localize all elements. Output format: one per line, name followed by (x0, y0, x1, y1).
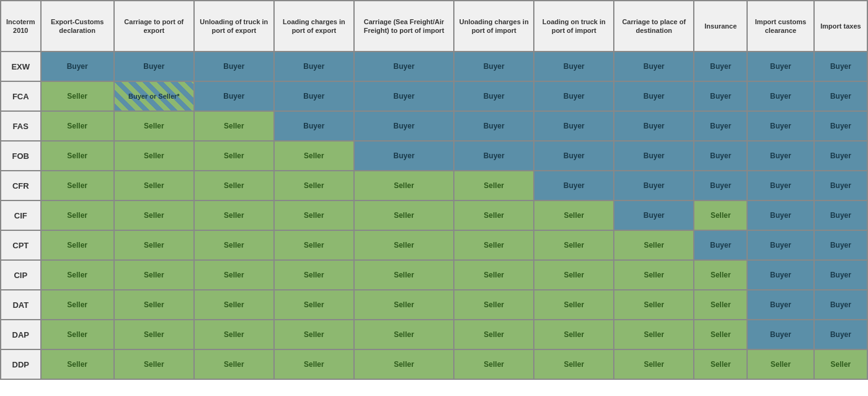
cell-2-2: Seller (194, 111, 274, 141)
cell-8-10: Buyer (814, 290, 867, 320)
cell-6-2: Seller (194, 230, 274, 260)
cell-8-7: Seller (614, 290, 694, 320)
cell-8-5: Seller (454, 290, 534, 320)
incoterm-label: FAS (1, 111, 41, 141)
cell-10-4: Seller (354, 349, 454, 379)
cell-1-0: Seller (41, 81, 114, 111)
cell-7-8: Seller (694, 260, 747, 290)
cell-7-0: Seller (41, 260, 114, 290)
incoterm-label: DAP (1, 320, 41, 349)
cell-3-2: Seller (194, 141, 274, 171)
cell-6-6: Seller (534, 230, 614, 260)
cell-6-10: Buyer (814, 230, 867, 260)
cell-6-1: Seller (114, 230, 194, 260)
cell-0-10: Buyer (814, 52, 867, 81)
cell-6-4: Seller (354, 230, 454, 260)
cell-0-0: Buyer (41, 52, 114, 81)
cell-5-3: Seller (274, 200, 354, 230)
incoterm-label: CPT (1, 230, 41, 260)
cell-3-6: Buyer (534, 141, 614, 171)
cell-7-1: Seller (114, 260, 194, 290)
incoterm-label: FOB (1, 141, 41, 171)
cell-2-10: Buyer (814, 111, 867, 141)
cell-1-4: Buyer (354, 81, 454, 111)
cell-6-9: Buyer (747, 230, 814, 260)
cell-7-4: Seller (354, 260, 454, 290)
table-row: CFRSellerSellerSellerSellerSellerSellerB… (1, 171, 867, 200)
cell-6-0: Seller (41, 230, 114, 260)
cell-4-5: Seller (454, 171, 534, 200)
cell-4-0: Seller (41, 171, 114, 200)
cell-0-2: Buyer (194, 52, 274, 81)
cell-5-2: Seller (194, 200, 274, 230)
cell-9-10: Buyer (814, 320, 867, 349)
cell-2-4: Buyer (354, 111, 454, 141)
cell-6-7: Seller (614, 230, 694, 260)
cell-7-2: Seller (194, 260, 274, 290)
cell-2-6: Buyer (534, 111, 614, 141)
cell-1-10: Buyer (814, 81, 867, 111)
cell-9-1: Seller (114, 320, 194, 349)
header-row: Incoterm 2010Export-Customs declarationC… (1, 1, 867, 52)
cell-5-8: Seller (694, 200, 747, 230)
cell-9-7: Seller (614, 320, 694, 349)
cell-10-9: Seller (747, 349, 814, 379)
cell-4-9: Buyer (747, 171, 814, 200)
cell-10-0: Seller (41, 349, 114, 379)
cell-7-6: Seller (534, 260, 614, 290)
table-row: FASSellerSellerSellerBuyerBuyerBuyerBuye… (1, 111, 867, 141)
cell-10-1: Seller (114, 349, 194, 379)
incoterm-label: DDP (1, 349, 41, 379)
cell-1-3: Buyer (274, 81, 354, 111)
cell-9-6: Seller (534, 320, 614, 349)
cell-9-2: Seller (194, 320, 274, 349)
cell-3-9: Buyer (747, 141, 814, 171)
cell-10-5: Seller (454, 349, 534, 379)
cell-3-3: Seller (274, 141, 354, 171)
table-row: CIFSellerSellerSellerSellerSellerSellerS… (1, 200, 867, 230)
cell-4-8: Buyer (694, 171, 747, 200)
header-loading-truck-import: Loading on truck in port of import (534, 1, 614, 52)
header-insurance: Insurance (694, 1, 747, 52)
cell-2-3: Buyer (274, 111, 354, 141)
cell-9-8: Seller (694, 320, 747, 349)
cell-0-8: Buyer (694, 52, 747, 81)
cell-1-9: Buyer (747, 81, 814, 111)
cell-8-1: Seller (114, 290, 194, 320)
cell-5-9: Buyer (747, 200, 814, 230)
header-loading-port: Loading charges in port of export (274, 1, 354, 52)
header-import-taxes: Import taxes (814, 1, 867, 52)
cell-3-7: Buyer (614, 141, 694, 171)
cell-4-6: Buyer (534, 171, 614, 200)
cell-8-4: Seller (354, 290, 454, 320)
cell-7-3: Seller (274, 260, 354, 290)
cell-7-7: Seller (614, 260, 694, 290)
cell-6-5: Seller (454, 230, 534, 260)
cell-8-6: Seller (534, 290, 614, 320)
header-export-customs: Export-Customs declaration (41, 1, 114, 52)
incoterm-label: FCA (1, 81, 41, 111)
table-row: DDPSellerSellerSellerSellerSellerSellerS… (1, 349, 867, 379)
cell-10-2: Seller (194, 349, 274, 379)
cell-1-2: Buyer (194, 81, 274, 111)
table-row: DAPSellerSellerSellerSellerSellerSellerS… (1, 320, 867, 349)
cell-4-7: Buyer (614, 171, 694, 200)
header-incoterm: Incoterm 2010 (1, 1, 41, 52)
cell-9-5: Seller (454, 320, 534, 349)
incoterm-label: CIF (1, 200, 41, 230)
cell-9-4: Seller (354, 320, 454, 349)
table-row: FOBSellerSellerSellerSellerBuyerBuyerBuy… (1, 141, 867, 171)
cell-4-3: Seller (274, 171, 354, 200)
header-import-customs: Import customs clearance (747, 1, 814, 52)
cell-0-4: Buyer (354, 52, 454, 81)
cell-5-1: Seller (114, 200, 194, 230)
cell-10-7: Seller (614, 349, 694, 379)
incoterm-label: DAT (1, 290, 41, 320)
cell-2-1: Seller (114, 111, 194, 141)
header-unloading-truck: Unloading of truck in port of export (194, 1, 274, 52)
cell-2-7: Buyer (614, 111, 694, 141)
cell-10-8: Seller (694, 349, 747, 379)
header-carriage-dest: Carriage to place of destination (614, 1, 694, 52)
incoterm-label: CIP (1, 260, 41, 290)
cell-1-5: Buyer (454, 81, 534, 111)
